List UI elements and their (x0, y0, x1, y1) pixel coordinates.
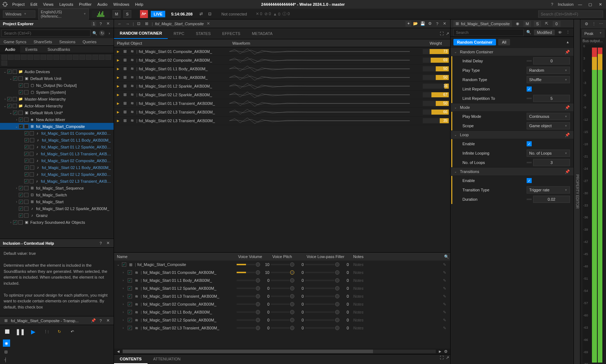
twisty-icon[interactable]: ⌄ (9, 111, 13, 115)
inclusion-checkbox[interactable]: ✓ (128, 278, 132, 283)
secondary-checkbox[interactable] (30, 145, 34, 149)
eye-icon[interactable]: 👁 (557, 30, 563, 35)
popout-icon[interactable]: ↗ (444, 355, 450, 360)
popout-icon[interactable]: ↗ (444, 31, 450, 36)
notes-cell[interactable]: Notes (350, 270, 443, 275)
twisty-icon[interactable]: › (123, 294, 126, 298)
lowpass-value[interactable]: 0 (340, 326, 350, 330)
tree-row[interactable]: ♪fol_Magic_Start 02 L2 Sparkle_AKB00M_ (0, 171, 114, 178)
twisty-icon[interactable]: › (14, 200, 19, 204)
notes-cell[interactable]: Notes (350, 318, 443, 322)
playlist-row[interactable]: ▶⊞≋|fol_Magic_Start 01 L3 Transient_AKB0… (114, 99, 450, 108)
profiler-sparkline[interactable] (92, 10, 110, 18)
close-panel-icon[interactable]: ✕ (105, 21, 111, 27)
inclusion-checkbox[interactable] (19, 90, 23, 94)
notes-cell[interactable]: Notes (350, 302, 443, 306)
secondary-checkbox[interactable] (24, 200, 28, 204)
twisty-icon[interactable]: › (123, 271, 126, 274)
solo-button[interactable]: S (123, 10, 131, 18)
playlist-body[interactable]: ▶⊞≋|fol_Magic_Start 01 Composite_AKB00M_… (114, 47, 450, 252)
volume-knob[interactable] (256, 270, 260, 275)
weight-value[interactable]: 73 (443, 49, 447, 54)
close-icon[interactable]: ✕ (442, 21, 447, 27)
contents-body[interactable]: ⌄✓⊞|fol_Magic_Start_Composite 10 0 0 Not… (114, 261, 450, 349)
subtab-events[interactable]: Events (20, 46, 43, 53)
prop-section-header[interactable]: ⌄Transitions📌 (451, 167, 574, 176)
secondary-checkbox[interactable] (24, 186, 28, 190)
lowpass-value[interactable]: 0 (340, 278, 350, 283)
inclusion-checkbox[interactable] (7, 104, 12, 108)
tree-row[interactable]: ›▣Factory Soundseed Air Objects (0, 219, 114, 226)
weight-value[interactable]: 35 (443, 118, 447, 123)
twisty-icon[interactable]: ⌄ (3, 70, 7, 74)
network-icon[interactable]: ⊡ (207, 11, 213, 17)
original-toggle[interactable]: ◉ (3, 339, 10, 347)
close-icon[interactable]: ✕ (597, 1, 604, 7)
menu-edit[interactable]: Edit (27, 1, 40, 8)
property-object-name[interactable]: ⊞fol_Magic_Start_Composite (453, 21, 512, 27)
tree-row[interactable]: ›⊞fol_Magic_Start (0, 198, 114, 205)
secondary-checkbox[interactable] (30, 131, 34, 136)
close-panel-icon[interactable]: ✕ (105, 240, 111, 246)
foot-tab-attenuation[interactable]: ATTENUATION (148, 355, 186, 364)
inclusion-label[interactable]: Inclusion (558, 2, 574, 6)
prop-select[interactable]: Game object▼ (527, 122, 570, 129)
pitch-value[interactable]: 0 (295, 326, 305, 330)
menu-layouts[interactable]: Layouts (56, 1, 76, 8)
stop-button[interactable] (3, 327, 12, 336)
tree-row[interactable]: ⌄⊞fol_Magic_Start_Composite (0, 123, 114, 130)
pitch-value[interactable]: 0 (295, 310, 305, 314)
menu-audio[interactable]: Audio (95, 1, 110, 8)
secondary-checkbox[interactable] (24, 213, 28, 218)
add-tab-icon[interactable]: ✦ (405, 21, 411, 27)
pitch-knob[interactable] (290, 318, 294, 322)
twisty-icon[interactable]: ⌄ (117, 263, 120, 266)
col-voice-pitch[interactable]: Voice Pitch (271, 254, 305, 259)
playlist-row[interactable]: ▶⊞≋|fol_Magic_Start 01 L2 Sparkle_AKB00M… (114, 82, 450, 90)
menu-help[interactable]: Help (132, 1, 146, 8)
prop-slider[interactable] (527, 60, 532, 62)
hierarchy-icon[interactable]: ⊡ (136, 21, 142, 27)
lowpass-knob[interactable] (335, 294, 339, 298)
back-icon[interactable]: ← (117, 21, 123, 27)
pitch-value[interactable]: 0 (295, 318, 305, 322)
tab-sharesets[interactable]: ShareSets (30, 38, 56, 45)
edit-icon[interactable]: ✎ (443, 262, 450, 267)
prop-slider[interactable] (527, 98, 532, 99)
collapse-icon[interactable]: ▴ (565, 39, 571, 45)
prop-select[interactable]: Shuffle▼ (527, 76, 570, 83)
inclusion-checkbox[interactable]: ✓ (128, 286, 132, 290)
playlist-row[interactable]: ▶⊞≋|fol_Magic_Start 02 L1 Body_AKB00M_ 5… (114, 73, 450, 82)
prop-select[interactable]: No. of Loops▼ (527, 150, 570, 157)
inclusion-checkbox[interactable] (25, 159, 29, 163)
pin-icon[interactable]: 📌 (565, 169, 570, 174)
category-random-container[interactable]: Random Container (453, 39, 496, 45)
secondary-checkbox[interactable] (30, 138, 34, 142)
secondary-checkbox[interactable] (24, 83, 28, 88)
notes-cell[interactable]: Notes (350, 326, 443, 330)
tree-row[interactable]: ⊡fol_Magic_Switch (0, 191, 114, 198)
states-icon[interactable]: ⊟ (3, 349, 9, 355)
twisty-icon[interactable]: › (14, 186, 19, 190)
secondary-checkbox[interactable] (24, 124, 28, 129)
modified-filter[interactable]: Modified (534, 30, 555, 35)
inclusion-checkbox[interactable] (25, 172, 29, 177)
volume-value[interactable]: 0 (261, 278, 271, 283)
close-tab-icon[interactable]: ✕ (207, 21, 210, 26)
prop-slider[interactable] (527, 162, 532, 163)
pitch-knob[interactable] (290, 326, 294, 330)
volume-value[interactable]: 0 (261, 302, 271, 306)
contents-row[interactable]: ›✓≋|fol_Magic_Start 02 L3 Transient_AKB0… (114, 324, 450, 332)
inclusion-checkbox[interactable]: ✓ (128, 326, 132, 330)
lowpass-value[interactable]: 0 (340, 310, 350, 314)
project-tree[interactable]: ⌄📁Audio Devices⌄▣Default Work Unit▢No_Ou… (0, 67, 114, 239)
pitch-knob[interactable] (290, 294, 294, 298)
h-scrollbar[interactable] (123, 350, 436, 353)
tree-row[interactable]: ♪fol_Magic_Start 02 L3 Transient_AKB00M_ (0, 178, 114, 185)
menu-profiler[interactable]: Profiler (76, 1, 95, 8)
inclusion-checkbox[interactable] (7, 70, 12, 74)
pitch-value[interactable]: 0 (295, 262, 305, 267)
lowpass-value[interactable]: 0 (340, 262, 350, 267)
menu-views[interactable]: Views (40, 1, 56, 8)
prop-checkbox[interactable]: ✓ (527, 86, 532, 92)
